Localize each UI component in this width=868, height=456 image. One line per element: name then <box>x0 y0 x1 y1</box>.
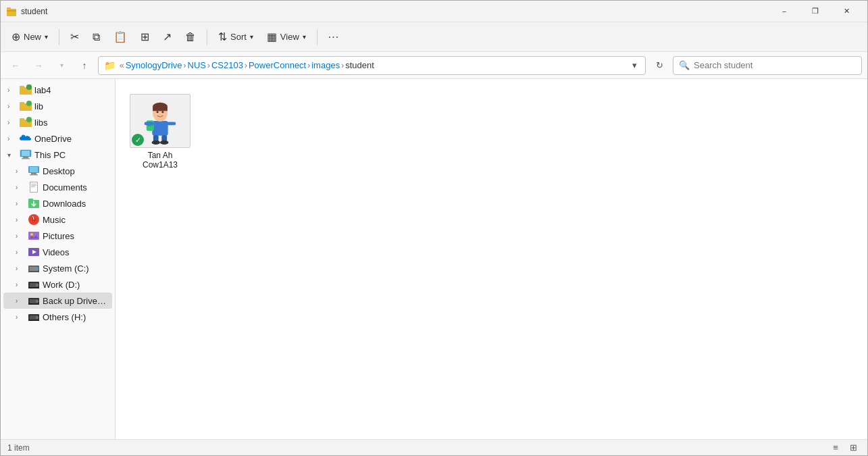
svg-rect-24 <box>31 186 35 187</box>
view-label: View <box>280 32 299 42</box>
cut-button[interactable]: ✂ <box>65 27 84 47</box>
sidebar-item-music[interactable]: Music <box>3 211 112 228</box>
view-button[interactable]: ▦ View ▾ <box>261 27 311 47</box>
chevron-downloads <box>16 200 25 207</box>
sidebar-item-workd[interactable]: Work (D:) <box>3 276 112 293</box>
breadcrumb-current: student <box>345 60 374 70</box>
delete-button[interactable]: 🗑 <box>180 28 201 47</box>
sidebar-label-downloads: Downloads <box>43 199 86 209</box>
more-button[interactable]: ··· <box>323 28 344 47</box>
breadcrumb-nus[interactable]: NUS <box>188 60 206 70</box>
svg-rect-19 <box>30 174 38 176</box>
svg-rect-15 <box>22 158 30 159</box>
sidebar-item-documents[interactable]: Documents <box>3 179 112 195</box>
sidebar-label-libs: libs <box>34 118 48 128</box>
svg-rect-39 <box>28 287 39 288</box>
up-button[interactable]: ↑ <box>75 56 94 75</box>
sidebar-label-documents: Documents <box>43 182 87 193</box>
thispc-icon <box>20 149 32 161</box>
folder-icon-libs <box>20 116 32 128</box>
sidebar-item-othersh[interactable]: Others (H:) <box>3 309 112 325</box>
svg-rect-0 <box>7 9 16 16</box>
svg-rect-17 <box>30 167 38 172</box>
refresh-button[interactable]: ↻ <box>650 56 669 75</box>
svg-rect-29 <box>28 232 39 240</box>
new-button[interactable]: ⊕ New ▾ <box>6 27 53 47</box>
chevron-lab4 <box>7 86 17 94</box>
breadcrumb-synologydrive[interactable]: SynologyDrive <box>126 60 182 70</box>
svg-rect-3 <box>20 86 24 88</box>
forward-button[interactable]: → <box>29 56 48 75</box>
toolbar-sep-1 <box>59 29 59 45</box>
address-bar[interactable]: 📁 « SynologyDrive › NUS › CS2103 › Power… <box>98 56 646 75</box>
file-name-tan-ah-cow: Tan Ah Cow1A13 <box>130 151 190 170</box>
title-bar-left: student <box>6 6 47 17</box>
copy-button[interactable]: ⧉ <box>87 28 105 47</box>
sidebar-item-thispc[interactable]: This PC <box>3 147 112 163</box>
search-box: 🔍 <box>673 56 862 75</box>
file-thumbnail-tan-ah-cow: ✓ <box>130 94 190 148</box>
downloads-icon <box>28 197 40 209</box>
chevron-music <box>16 216 25 224</box>
videos-icon <box>28 246 40 258</box>
svg-rect-13 <box>22 151 30 156</box>
svg-point-55 <box>157 111 159 113</box>
svg-point-8 <box>26 101 32 106</box>
chevron-libs <box>7 119 17 126</box>
sort-button[interactable]: ⇅ Sort ▾ <box>213 27 259 47</box>
sidebar-item-systemc[interactable]: System (C:) <box>3 260 112 276</box>
sidebar-item-videos[interactable]: Videos <box>3 244 112 260</box>
breadcrumb-powerconnect[interactable]: PowerConnect <box>249 60 306 70</box>
sidebar-item-onedrive[interactable]: OneDrive <box>3 130 112 147</box>
search-icon: 🔍 <box>679 60 690 70</box>
sidebar-item-lib[interactable]: lib <box>3 98 112 114</box>
chevron-othersh <box>16 313 25 321</box>
svg-rect-43 <box>28 303 39 305</box>
sidebar-label-systemc: System (C:) <box>43 263 89 274</box>
close-button[interactable]: ✕ <box>831 1 862 22</box>
svg-rect-10 <box>20 118 24 120</box>
address-bar-row: ← → ▾ ↑ 📁 « SynologyDrive › NUS › CS2103… <box>1 52 867 79</box>
paste-button[interactable]: 📋 <box>108 27 132 47</box>
address-dropdown-icon[interactable]: ▾ <box>630 60 640 70</box>
recent-locations-button[interactable]: ▾ <box>52 56 71 75</box>
back-button[interactable]: ← <box>6 56 25 75</box>
sort-icon: ⇅ <box>218 30 227 43</box>
delete-icon: 🗑 <box>185 31 196 43</box>
sort-label: Sort <box>230 32 247 42</box>
window-title: student <box>21 7 47 16</box>
maximize-button[interactable]: ❐ <box>800 1 831 22</box>
sidebar-label-workd: Work (D:) <box>43 280 80 290</box>
sidebar-item-lab4[interactable]: lab4 <box>3 82 112 98</box>
sort-dropdown-icon: ▾ <box>250 33 253 41</box>
file-item-tan-ah-cow[interactable]: ✓ Tan Ah Cow1A13 <box>126 90 194 174</box>
svg-rect-62 <box>166 122 176 126</box>
breadcrumb-cs2103[interactable]: CS2103 <box>211 60 243 70</box>
pictures-icon <box>28 230 40 242</box>
svg-rect-14 <box>23 157 28 158</box>
search-input[interactable] <box>694 60 856 70</box>
sidebar-item-libs[interactable]: libs <box>3 114 112 130</box>
sidebar-item-desktop[interactable]: Desktop <box>3 163 112 179</box>
list-view-button[interactable]: ≡ <box>828 440 843 455</box>
sidebar-label-othersh: Others (H:) <box>43 312 86 322</box>
sidebar-item-backupe[interactable]: Back up Drive (E: <box>3 293 112 309</box>
drive-h-icon <box>28 311 40 323</box>
sidebar-item-pictures[interactable]: Pictures <box>3 228 112 244</box>
share-button[interactable]: ↗ <box>157 27 177 47</box>
status-bar: 1 item ≡ ⊞ <box>1 439 867 455</box>
paste2-button[interactable]: ⊞ <box>135 27 155 47</box>
sidebar-label-lab4: lab4 <box>34 85 51 95</box>
breadcrumb-images[interactable]: images <box>311 60 340 70</box>
chevron-systemc <box>16 265 25 272</box>
view-icon: ▦ <box>267 30 277 43</box>
chevron-pictures <box>16 232 25 240</box>
paste2-icon: ⊞ <box>141 30 149 43</box>
sidebar-item-downloads[interactable]: Downloads <box>3 195 112 211</box>
new-label: New <box>24 32 41 42</box>
window-icon <box>6 6 17 17</box>
grid-view-button[interactable]: ⊞ <box>846 440 861 455</box>
svg-rect-49 <box>152 121 168 136</box>
main-layout: lab4 lib lib <box>1 79 867 439</box>
minimize-button[interactable]: − <box>769 1 800 22</box>
